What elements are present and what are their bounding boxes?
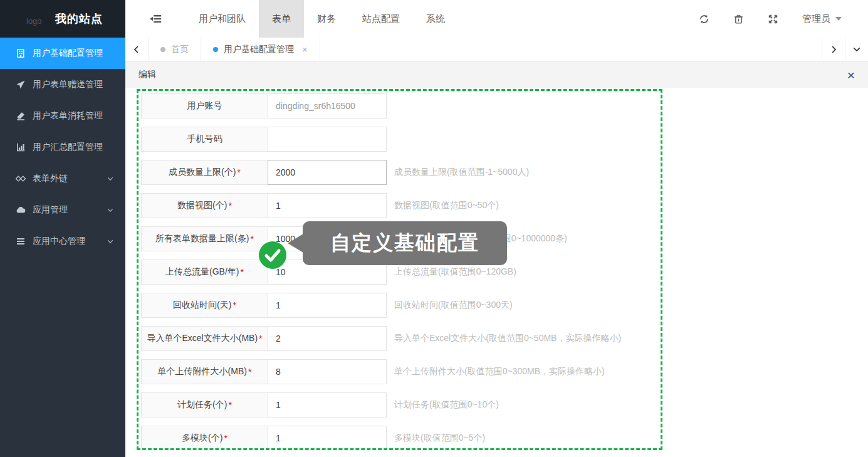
field-label: 用户账号 bbox=[141, 93, 268, 118]
field-label-text: 多模块(个) bbox=[182, 433, 222, 444]
tabs: 首页用户基础配置管理× bbox=[149, 38, 320, 61]
eraser-icon bbox=[15, 111, 26, 122]
form-row: 多模块(个)*多模块(取值范围0~5个) bbox=[141, 426, 658, 450]
chevron-down-icon bbox=[107, 206, 114, 214]
annotation-dashed-box: 用户账号手机号码成员数量上限(个)*成员数量上限(取值范围-1~5000人)数据… bbox=[137, 89, 662, 450]
sidebar-item-label: 表单外链 bbox=[33, 173, 68, 184]
top-nav-item[interactable]: 用户和团队 bbox=[186, 0, 259, 38]
field-input[interactable] bbox=[268, 127, 387, 152]
sidebar-item[interactable]: 用户表单赠送管理 bbox=[0, 69, 125, 100]
field-label: 单个上传附件大小(MB)* bbox=[141, 359, 268, 384]
field-label: 计划任务(个)* bbox=[141, 392, 268, 418]
form-row: 导入单个Excel文件大小(MB)*导入单个Excel文件大小(取值范围0~50… bbox=[141, 326, 658, 351]
field-input[interactable] bbox=[268, 160, 387, 185]
required-asterisk: * bbox=[228, 400, 231, 410]
content: 用户账号手机号码成员数量上限(个)*成员数量上限(取值范围-1~5000人)数据… bbox=[125, 88, 868, 457]
form-row: 单个上传附件大小(MB)*单个上传附件大小(取值范围0~300MB，实际操作略小… bbox=[141, 359, 658, 384]
field-label-text: 计划任务(个) bbox=[177, 399, 227, 411]
field-label-text: 手机号码 bbox=[187, 134, 222, 145]
field-label-text: 单个上传附件大小(MB) bbox=[158, 366, 247, 377]
required-asterisk: * bbox=[248, 367, 251, 377]
fullscreen-icon[interactable] bbox=[768, 14, 778, 24]
field-input[interactable] bbox=[268, 392, 387, 418]
top-nav-item[interactable]: 站点配置 bbox=[349, 0, 413, 38]
field-label: 手机号码 bbox=[141, 127, 268, 152]
field-label-text: 回收站时间(天) bbox=[173, 300, 231, 311]
success-check-icon bbox=[259, 241, 286, 269]
form-row: 成员数量上限(个)*成员数量上限(取值范围-1~5000人) bbox=[141, 160, 658, 185]
tooltip-arrow bbox=[288, 234, 303, 253]
field-label-text: 数据视图(个) bbox=[177, 200, 227, 211]
sidebar-item[interactable]: 用户基础配置管理 bbox=[0, 38, 125, 69]
sidebar-item[interactable]: 应用中心管理 bbox=[0, 226, 125, 257]
logo-bar: logo 我的站点 bbox=[0, 0, 125, 38]
field-label-text: 成员数量上限(个) bbox=[169, 167, 236, 178]
sidebar-item-label: 用户基础配置管理 bbox=[33, 48, 103, 59]
required-asterisk: * bbox=[237, 167, 240, 177]
user-label: 管理员 bbox=[802, 13, 830, 25]
tab[interactable]: 首页 bbox=[149, 38, 201, 61]
field-label: 上传总流量(GB/年)* bbox=[141, 260, 268, 285]
sidebar-item[interactable]: 表单外链 bbox=[0, 163, 125, 194]
sidebar-item-label: 用户表单消耗管理 bbox=[33, 110, 103, 122]
send-icon bbox=[15, 80, 26, 90]
top-nav-item[interactable]: 财务 bbox=[304, 0, 349, 38]
panel-title: 编辑 bbox=[139, 69, 156, 80]
top-nav: 用户和团队表单财务站点配置系统 bbox=[186, 0, 458, 38]
form-row: 手机号码 bbox=[141, 127, 658, 152]
field-label-text: 导入单个Excel文件大小(MB) bbox=[147, 333, 258, 344]
sidebar-menu: 用户基础配置管理用户表单赠送管理用户表单消耗管理用户汇总配置管理表单外链应用管理… bbox=[0, 38, 125, 257]
field-label: 导入单个Excel文件大小(MB)* bbox=[141, 326, 268, 351]
caret-down-icon bbox=[835, 17, 842, 21]
sidebar-item[interactable]: 应用管理 bbox=[0, 194, 125, 226]
field-label: 回收站时间(天)* bbox=[141, 293, 268, 318]
sidebar-item-label: 用户表单赠送管理 bbox=[33, 79, 103, 90]
tabs-scroll-left-icon[interactable] bbox=[125, 38, 149, 61]
tabbar: 首页用户基础配置管理× bbox=[125, 38, 868, 61]
field-input[interactable] bbox=[268, 293, 387, 318]
required-asterisk: * bbox=[241, 267, 244, 277]
logo: logo bbox=[26, 16, 42, 26]
link-icon bbox=[15, 174, 26, 184]
panel-close-icon[interactable]: × bbox=[847, 68, 855, 81]
tab[interactable]: 用户基础配置管理× bbox=[201, 38, 320, 61]
field-hint: 回收站时间(取值范围0~300天) bbox=[394, 300, 513, 311]
field-label: 成员数量上限(个)* bbox=[141, 160, 268, 185]
sidebar: logo 我的站点 用户基础配置管理用户表单赠送管理用户表单消耗管理用户汇总配置… bbox=[0, 0, 125, 457]
form-row: 计划任务(个)*计划任务(取值范围0~10个) bbox=[141, 392, 658, 418]
tabs-scroll-right-icon[interactable] bbox=[822, 38, 845, 61]
sidebar-item-label: 用户汇总配置管理 bbox=[33, 142, 103, 153]
tab-close-icon[interactable]: × bbox=[302, 44, 308, 55]
form-row: 用户账号 bbox=[141, 93, 658, 118]
field-hint: 数据视图(取值范围0~50个) bbox=[394, 200, 499, 211]
field-label: 数据视图(个)* bbox=[141, 193, 268, 218]
site-name: 我的站点 bbox=[55, 11, 103, 26]
chevron-down-icon bbox=[107, 238, 114, 245]
bar-chart-icon bbox=[15, 142, 26, 153]
field-input[interactable] bbox=[268, 426, 387, 450]
user-menu[interactable]: 管理员 bbox=[802, 13, 842, 25]
required-asterisk: * bbox=[228, 201, 231, 211]
tabbar-spacer bbox=[320, 38, 822, 61]
sidebar-item[interactable]: 用户汇总配置管理 bbox=[0, 132, 125, 163]
field-input[interactable] bbox=[268, 193, 387, 218]
field-label-text: 所有表单数据量上限(条) bbox=[155, 233, 249, 244]
chevron-down-icon bbox=[107, 175, 114, 182]
trash-icon[interactable] bbox=[733, 14, 744, 24]
required-asterisk: * bbox=[233, 300, 236, 310]
tooltip-label: 自定义基础配置 bbox=[303, 221, 507, 265]
tabs-menu-icon[interactable] bbox=[845, 38, 868, 61]
top-nav-item[interactable]: 系统 bbox=[413, 0, 458, 38]
top-nav-item[interactable]: 表单 bbox=[259, 0, 304, 38]
list-icon bbox=[15, 236, 26, 247]
field-input[interactable] bbox=[268, 93, 387, 118]
refresh-icon[interactable] bbox=[699, 14, 709, 24]
edit-form: 用户账号手机号码成员数量上限(个)*成员数量上限(取值范围-1~5000人)数据… bbox=[141, 93, 658, 450]
field-input[interactable] bbox=[268, 326, 387, 351]
sidebar-item[interactable]: 用户表单消耗管理 bbox=[0, 100, 125, 132]
building-icon bbox=[15, 48, 26, 59]
menu-fold-icon[interactable] bbox=[137, 0, 174, 38]
tab-status-dot bbox=[160, 47, 165, 52]
field-input[interactable] bbox=[268, 359, 387, 384]
panel-header: 编辑 × bbox=[125, 61, 868, 88]
